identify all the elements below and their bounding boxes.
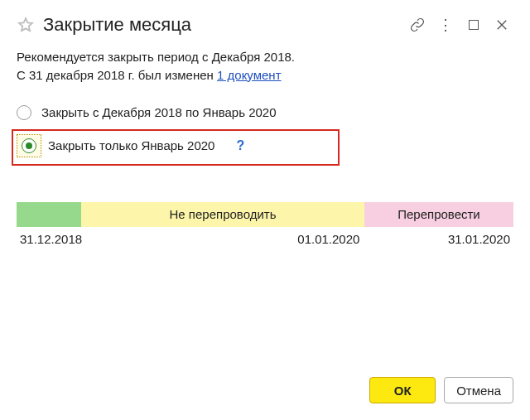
option-close-range-label: Закрыть с Декабря 2018 по Январь 2020 bbox=[41, 105, 277, 119]
selected-radio-wrapper bbox=[17, 134, 41, 157]
close-icon[interactable] bbox=[490, 13, 513, 36]
timeline-segment-no-repost: Не перепроводить bbox=[81, 202, 364, 227]
maximize-icon[interactable] bbox=[462, 13, 485, 36]
header: Закрытие месяца ⋮ bbox=[17, 13, 513, 36]
documents-link[interactable]: 1 документ bbox=[217, 68, 281, 82]
ok-button[interactable]: ОК bbox=[369, 377, 436, 403]
dialog-footer: ОК Отмена bbox=[369, 377, 513, 403]
timeline-date-mid: 01.01.2020 bbox=[84, 232, 363, 246]
favorite-star-icon[interactable] bbox=[17, 16, 35, 34]
radio-icon bbox=[22, 138, 36, 153]
option-close-only-label: Закрыть только Январь 2020 bbox=[48, 138, 214, 152]
timeline-segment-repost: Перепровести bbox=[364, 202, 513, 227]
help-icon[interactable]: ? bbox=[236, 138, 244, 153]
timeline-date-end: 31.01.2020 bbox=[363, 232, 510, 246]
cancel-button[interactable]: Отмена bbox=[444, 377, 513, 403]
option-close-only[interactable]: Закрыть только Январь 2020 ? bbox=[17, 133, 513, 159]
dialog-title: Закрытие месяца bbox=[43, 14, 401, 36]
timeline-dates: 31.12.2018 01.01.2020 31.01.2020 bbox=[17, 232, 513, 246]
radio-icon bbox=[17, 105, 31, 120]
option-close-range[interactable]: Закрыть с Декабря 2018 по Январь 2020 bbox=[17, 99, 513, 126]
close-period-options: Закрыть с Декабря 2018 по Январь 2020 За… bbox=[17, 99, 513, 159]
timeline-date-start: 31.12.2018 bbox=[20, 232, 84, 246]
kebab-menu-icon[interactable]: ⋮ bbox=[434, 13, 457, 36]
link-icon[interactable] bbox=[406, 13, 429, 36]
recommendation-text: Рекомендуется закрыть период с Декабря 2… bbox=[17, 48, 513, 84]
timeline-segment-closed bbox=[17, 202, 81, 227]
timeline-bar: Не перепроводить Перепровести bbox=[17, 202, 513, 227]
recommendation-line1: Рекомендуется закрыть период с Декабря 2… bbox=[17, 48, 513, 66]
recommendation-line2: С 31 декабря 2018 г. был изменен 1 докум… bbox=[17, 66, 513, 84]
timeline: Не перепроводить Перепровести 31.12.2018… bbox=[17, 202, 513, 246]
dialog-window: Закрытие месяца ⋮ Рекомендуется закрыть … bbox=[0, 0, 530, 420]
